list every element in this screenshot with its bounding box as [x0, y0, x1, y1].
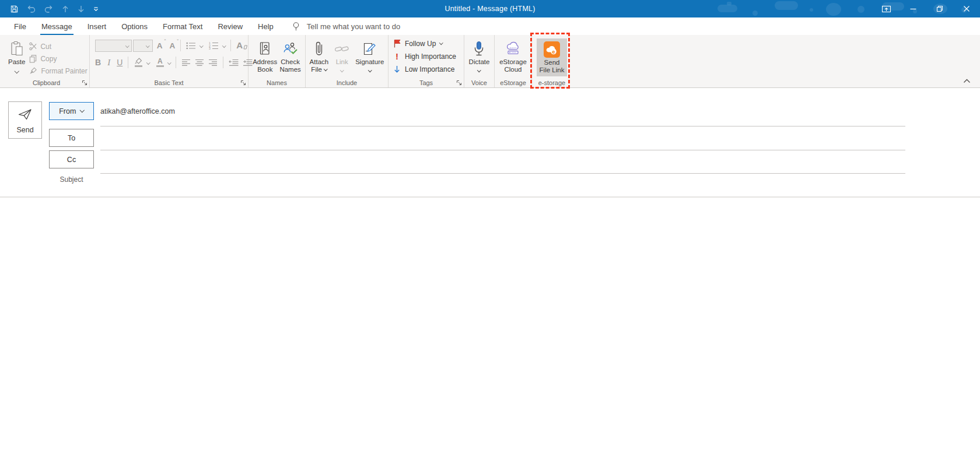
redo-icon[interactable]	[44, 2, 54, 16]
high-importance-button[interactable]: ! High Importance	[393, 50, 464, 62]
svg-text:e: e	[552, 48, 555, 54]
copy-icon	[29, 54, 37, 64]
group-tags: Follow Up ! High Importance Low Importan…	[388, 35, 464, 87]
move-up-icon[interactable]	[61, 2, 69, 16]
tab-format-text[interactable]: Format Text	[155, 17, 210, 35]
to-button[interactable]: To	[49, 129, 94, 147]
chevron-down-icon[interactable]	[167, 61, 171, 64]
link-button[interactable]: Link	[334, 37, 349, 76]
format-painter-button[interactable]: Format Painter	[29, 65, 87, 76]
send-button[interactable]: Send	[8, 101, 42, 139]
align-left-icon[interactable]	[181, 59, 191, 66]
paperclip-icon	[315, 39, 323, 58]
dialog-launcher-icon[interactable]	[82, 80, 88, 86]
highlight-color-icon[interactable]	[134, 58, 143, 67]
to-field-underline[interactable]	[100, 150, 905, 150]
quick-access-toolbar	[0, 2, 99, 16]
separator	[128, 57, 128, 68]
close-icon[interactable]	[953, 0, 980, 17]
restore-icon[interactable]	[926, 0, 953, 17]
undo-icon[interactable]	[26, 2, 36, 16]
separator	[176, 57, 176, 68]
titlebar: Untitled - Message (HTML)	[0, 0, 980, 17]
chevron-down-icon	[146, 44, 149, 47]
from-address[interactable]: atikah@afteroffice.com	[100, 107, 175, 115]
lightbulb-icon	[292, 22, 300, 31]
move-down-icon[interactable]	[77, 2, 85, 16]
tab-message[interactable]: Message	[34, 17, 80, 35]
bullets-icon[interactable]	[186, 42, 196, 50]
estorage-cloud-button[interactable]: eStorage Cloud	[499, 37, 527, 76]
cc-button[interactable]: Cc	[49, 150, 94, 168]
signature-button[interactable]: Signature	[355, 37, 384, 76]
dialog-launcher-icon[interactable]	[240, 80, 246, 86]
dictate-button[interactable]: Dictate	[469, 37, 490, 76]
exclamation-icon: !	[393, 51, 401, 61]
follow-up-button[interactable]: Follow Up	[393, 37, 464, 50]
font-color-icon[interactable]: A	[156, 58, 164, 67]
chevron-down-icon	[80, 108, 85, 113]
group-label-e-storage: e-storage	[532, 79, 572, 86]
chevron-down-icon[interactable]	[200, 44, 203, 47]
separator	[230, 40, 231, 51]
dialog-launcher-icon[interactable]	[456, 80, 462, 86]
chevron-down-icon	[368, 68, 372, 72]
chevron-down-icon	[477, 68, 481, 72]
shrink-font-icon[interactable]: Aˇ	[169, 41, 175, 50]
align-right-icon[interactable]	[208, 59, 218, 66]
address-book-button[interactable]: Address Book	[253, 37, 277, 76]
align-center-icon[interactable]	[195, 59, 204, 66]
cc-field-underline[interactable]	[100, 173, 905, 174]
group-label-estorage: eStorage	[495, 79, 531, 86]
tab-file[interactable]: File	[6, 17, 34, 35]
chevron-down-icon[interactable]	[146, 61, 150, 64]
tab-help[interactable]: Help	[250, 17, 281, 35]
group-label-tags: Tags	[388, 79, 464, 86]
group-label-voice: Voice	[464, 79, 494, 86]
chevron-down-icon	[324, 67, 327, 71]
chevron-down-icon	[125, 44, 129, 47]
cut-button[interactable]: Cut	[29, 41, 87, 52]
message-body[interactable]	[0, 198, 980, 457]
send-file-link-button[interactable]: e Send File Link	[537, 38, 568, 76]
low-importance-button[interactable]: Low Importance	[393, 63, 464, 75]
from-field-underline[interactable]	[100, 126, 905, 126]
italic-icon[interactable]: I	[107, 58, 110, 66]
chevron-down-icon	[15, 69, 19, 73]
paste-button[interactable]: Paste	[8, 37, 25, 76]
chevron-down-icon	[439, 41, 443, 44]
address-book-icon	[258, 39, 272, 58]
ribbon: Paste Cut Copy	[0, 35, 980, 88]
decrease-indent-icon[interactable]	[229, 59, 239, 66]
font-size-dropdown[interactable]	[133, 40, 153, 52]
window-title: Untitled - Message (HTML)	[0, 0, 980, 17]
underline-icon[interactable]: U	[117, 58, 123, 66]
clipboard-icon	[10, 39, 23, 58]
ribbon-tabs: File Message Insert Options Format Text …	[0, 17, 980, 35]
chevron-down-icon[interactable]	[222, 44, 226, 47]
tab-options[interactable]: Options	[114, 17, 155, 35]
group-include: Attach File Link Signature Include	[306, 35, 388, 87]
flag-icon	[393, 39, 401, 48]
save-icon[interactable]	[10, 2, 19, 16]
tab-insert[interactable]: Insert	[80, 17, 114, 35]
subject-label: Subject	[49, 175, 94, 184]
check-names-button[interactable]: Check Names	[279, 37, 300, 76]
minimize-icon[interactable]	[900, 0, 926, 17]
numbering-icon[interactable]: 123	[209, 41, 219, 50]
tell-me-search[interactable]: Tell me what you want to do	[281, 17, 400, 35]
clear-formatting-icon[interactable]: A	[236, 41, 248, 50]
cloud-storage-icon	[505, 39, 522, 58]
attach-file-button[interactable]: Attach File	[310, 37, 329, 76]
copy-button[interactable]: Copy	[29, 53, 87, 64]
collapse-ribbon-icon[interactable]	[963, 79, 971, 83]
group-label-names: Names	[249, 79, 305, 86]
font-name-dropdown[interactable]	[95, 40, 132, 52]
from-button[interactable]: From	[49, 102, 94, 120]
bold-icon[interactable]: B	[95, 58, 101, 66]
customize-quick-access-icon[interactable]	[93, 2, 99, 16]
ribbon-display-options-icon[interactable]	[873, 0, 900, 17]
grow-font-icon[interactable]: Aˆ	[157, 41, 163, 50]
tab-review[interactable]: Review	[210, 17, 250, 35]
group-e-storage: e Send File Link e-storage	[532, 35, 572, 87]
